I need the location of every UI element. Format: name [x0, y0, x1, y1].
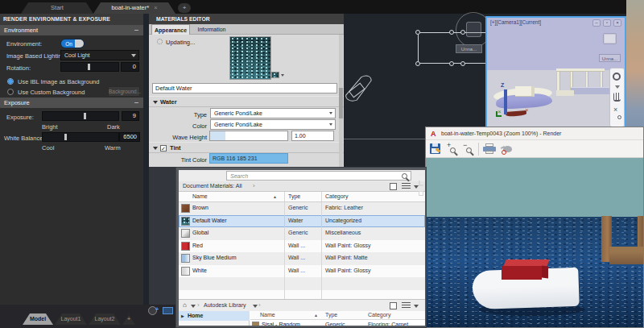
exposure-section-header[interactable]: Exposure – — [0, 98, 143, 108]
grip-point[interactable] — [415, 61, 420, 66]
library-breadcrumb[interactable]: Autodesk Library — [204, 302, 246, 308]
material-row[interactable]: BrownGenericFabric: Leather — [179, 202, 425, 215]
exposure-slider-thumb[interactable] — [84, 113, 86, 119]
model-tab[interactable]: Model — [23, 313, 53, 325]
material-row[interactable]: Sky Blue MediumWall ...Wall Paint: Matte — [179, 252, 425, 265]
ibl-dropdown[interactable]: Cool Light — [60, 50, 139, 60]
close-icon[interactable]: × — [419, 171, 423, 178]
thumbnail-view-icon[interactable] — [390, 183, 397, 190]
preview-shape-dropdown-icon[interactable] — [281, 74, 284, 77]
background-button[interactable]: Background... — [108, 86, 140, 97]
render-window-titlebar[interactable]: A boat-in-water-Temp0043 (Zoom 100%) - R… — [426, 127, 643, 140]
gizmo-z-axis[interactable] — [504, 89, 507, 114]
grip-point[interactable] — [449, 30, 454, 35]
ibl-background-radio[interactable] — [7, 78, 14, 85]
column-name[interactable]: Name — [192, 193, 208, 199]
white-balance-slider-thumb[interactable] — [64, 134, 67, 140]
steering-wheel-icon[interactable] — [613, 73, 621, 81]
grip-point[interactable] — [460, 61, 465, 66]
chevron-down-icon[interactable] — [253, 305, 258, 308]
auto-hide-icon[interactable] — [419, 181, 423, 186]
viewport-view-chip[interactable]: Unna... — [599, 54, 621, 62]
monitor-icon[interactable] — [163, 307, 173, 314]
library-home-item[interactable]: ▶ Home — [179, 311, 250, 321]
grip-point[interactable] — [449, 61, 454, 66]
viewport-title[interactable]: [+][Camera1][Current] — [490, 19, 541, 25]
sort-asc-icon[interactable]: ▲ — [273, 194, 277, 199]
table-header[interactable]: Name ▲ Type Category — [179, 192, 425, 202]
layout1-tab[interactable]: Layout1 — [55, 313, 87, 325]
material-row-selected[interactable]: Default WaterWaterUncategorized — [179, 215, 425, 228]
column-type[interactable]: Type — [288, 193, 300, 199]
wave-height-slider[interactable] — [209, 131, 288, 141]
library-row[interactable]: Sisal - Random Generic Flooring: Carpet — [250, 320, 425, 326]
exposure-value[interactable]: 9 — [122, 111, 139, 121]
navigation-bar[interactable]: × — [609, 68, 625, 127]
chevron-down-icon[interactable] — [191, 305, 196, 308]
boat-sketch[interactable] — [341, 71, 382, 110]
zoom-icon[interactable] — [617, 115, 621, 119]
library-column-category[interactable]: Category — [368, 312, 390, 318]
chevron-down-icon[interactable] — [615, 85, 620, 89]
viewport-restore-button[interactable]: ▫ — [603, 19, 611, 27]
water-section-header[interactable]: Water — [149, 96, 344, 107]
environment-toggle[interactable]: On — [60, 39, 85, 48]
wave-height-value[interactable]: 1.00 — [291, 131, 334, 141]
pan-hand-icon[interactable] — [613, 93, 621, 102]
type-dropdown[interactable]: Generic Pond/Lake — [210, 108, 336, 118]
rotation-slider-thumb[interactable] — [88, 64, 90, 70]
exposure-slider[interactable] — [42, 111, 119, 121]
search-icon[interactable] — [402, 173, 407, 179]
breadcrumb[interactable]: Document Materials: All — [183, 183, 242, 189]
render-window[interactable]: A boat-in-water-Temp0043 (Zoom 100%) - R… — [425, 127, 644, 328]
material-row[interactable]: WhiteWall ...Wall Paint: Glossy — [179, 265, 425, 278]
environment-section-header[interactable]: Environment – — [0, 25, 143, 35]
column-category[interactable]: Category — [325, 193, 348, 199]
library-column-type[interactable]: Type — [325, 312, 337, 318]
print-icon[interactable] — [483, 143, 496, 154]
properties-icon[interactable] — [419, 191, 423, 196]
add-layout-tab[interactable]: + — [122, 313, 135, 325]
library-table-header[interactable]: Name ▲ Type Category — [250, 311, 425, 320]
color-dropdown[interactable]: Generic Pond/Lake — [210, 119, 336, 130]
material-preview[interactable] — [229, 36, 271, 80]
globe-icon[interactable]: + — [148, 306, 157, 315]
orbit-icon[interactable]: × — [613, 106, 617, 114]
material-name-input[interactable]: Default Water — [152, 83, 337, 93]
tab-appearance[interactable]: Appearance — [151, 24, 190, 35]
list-view-icon[interactable] — [402, 302, 411, 309]
viewport-minimize-button[interactable]: – — [592, 19, 601, 27]
custom-background-radio[interactable] — [7, 89, 14, 95]
material-row[interactable]: RedWall ...Wall Paint: Glossy — [179, 240, 425, 253]
material-row[interactable]: GlobalGenericMiscellaneous — [179, 227, 425, 240]
preview-shape-swatch[interactable] — [271, 72, 279, 78]
grip-point[interactable] — [415, 30, 420, 35]
viewcube-mini-icon[interactable] — [603, 33, 617, 44]
white-balance-value[interactable]: 6500 — [119, 132, 140, 142]
tab-start[interactable]: Start — [21, 2, 93, 14]
chevron-down-icon[interactable] — [414, 305, 419, 308]
zoom-out-icon[interactable]: − — [463, 143, 474, 155]
library-column-name[interactable]: Name — [260, 312, 275, 318]
tab-information[interactable]: Information — [191, 24, 233, 35]
tab-close-icon[interactable]: × — [154, 4, 157, 11]
camera-viewport[interactable]: [+][Camera1][Current] – ▫ × Unna... Z × … — [485, 16, 626, 129]
layout2-tab[interactable]: Layout2 — [89, 313, 121, 325]
zoom-in-icon[interactable]: + — [447, 143, 458, 155]
tint-section-header[interactable]: ✓ Tint — [149, 142, 344, 153]
collapse-icon[interactable]: – — [134, 25, 138, 35]
rotation-value[interactable]: 0 — [121, 62, 139, 72]
search-input[interactable]: Search — [226, 171, 411, 181]
home-icon[interactable]: ⌂ — [183, 301, 187, 309]
tint-checkbox[interactable]: ✓ — [160, 145, 167, 152]
viewcube-icon[interactable] — [466, 22, 481, 37]
white-balance-slider[interactable] — [42, 132, 119, 142]
new-tab-button[interactable]: + — [178, 3, 191, 13]
materials-browser[interactable]: Search Document Materials: All › Name ▲ … — [175, 167, 427, 328]
rotation-slider[interactable] — [60, 62, 119, 72]
drawing-view-chip[interactable]: Unna... — [456, 44, 482, 53]
tab-drawing[interactable]: boat-in-water* × — [93, 2, 175, 14]
tint-color-field[interactable]: RGB 116 185 231 — [209, 153, 288, 164]
thumbnail-view-icon[interactable] — [390, 302, 397, 309]
save-icon[interactable] — [430, 143, 440, 154]
